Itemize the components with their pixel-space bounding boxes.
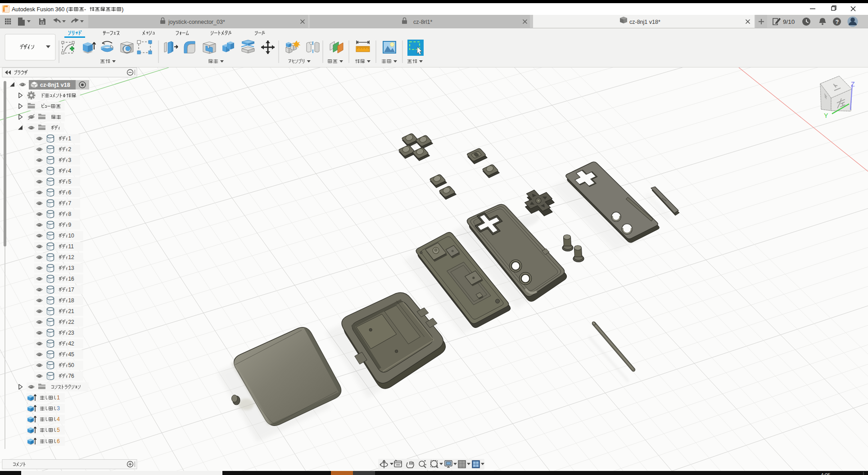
svg-text:Z: Z — [851, 81, 855, 88]
svg-text:23: 23 — [68, 330, 74, 336]
svg-text:-: - — [84, 6, 86, 13]
svg-text:17: 17 — [68, 287, 74, 293]
svg-text:3: 3 — [57, 405, 60, 412]
svg-text:?: ? — [836, 19, 839, 25]
svg-text:5: 5 — [57, 427, 60, 433]
svg-text:50: 50 — [68, 362, 74, 368]
svg-text:11: 11 — [68, 243, 74, 250]
svg-text:): ) — [122, 6, 123, 13]
svg-text:cz-8nj1 v18*: cz-8nj1 v18* — [629, 19, 660, 25]
svg-text:1: 1 — [68, 135, 71, 142]
svg-text:76: 76 — [68, 373, 74, 379]
svg-text:42: 42 — [68, 341, 74, 347]
svg-text:cz-8rl1*: cz-8rl1* — [413, 19, 433, 25]
svg-text:Autodesk Fusion 360 (: Autodesk Fusion 360 ( — [12, 6, 68, 13]
svg-text:2: 2 — [68, 146, 71, 152]
svg-text:joystick-connector_03*: joystick-connector_03* — [168, 19, 225, 25]
svg-text:12: 12 — [68, 254, 74, 260]
svg-text:13: 13 — [68, 265, 74, 271]
svg-text:4:05: 4:05 — [821, 472, 830, 475]
svg-text:6: 6 — [57, 438, 60, 444]
svg-text:10: 10 — [68, 233, 74, 239]
svg-text:3: 3 — [68, 157, 71, 163]
svg-text:5: 5 — [68, 179, 71, 185]
svg-text:45: 45 — [68, 351, 74, 358]
svg-text:7: 7 — [68, 200, 71, 206]
svg-text:4: 4 — [68, 168, 71, 174]
svg-text:21: 21 — [68, 308, 74, 314]
svg-text:Y: Y — [824, 112, 828, 119]
svg-text:9/10: 9/10 — [783, 18, 795, 25]
svg-text:22: 22 — [68, 319, 74, 325]
svg-text:9: 9 — [68, 222, 71, 228]
svg-text:cz-8nj1 v18: cz-8nj1 v18 — [40, 82, 70, 88]
svg-text:6: 6 — [68, 189, 71, 196]
svg-text:16: 16 — [68, 276, 74, 282]
svg-text:4: 4 — [57, 416, 60, 422]
svg-text:8: 8 — [68, 211, 71, 217]
svg-text:18: 18 — [68, 297, 74, 304]
svg-text:1: 1 — [57, 394, 60, 401]
